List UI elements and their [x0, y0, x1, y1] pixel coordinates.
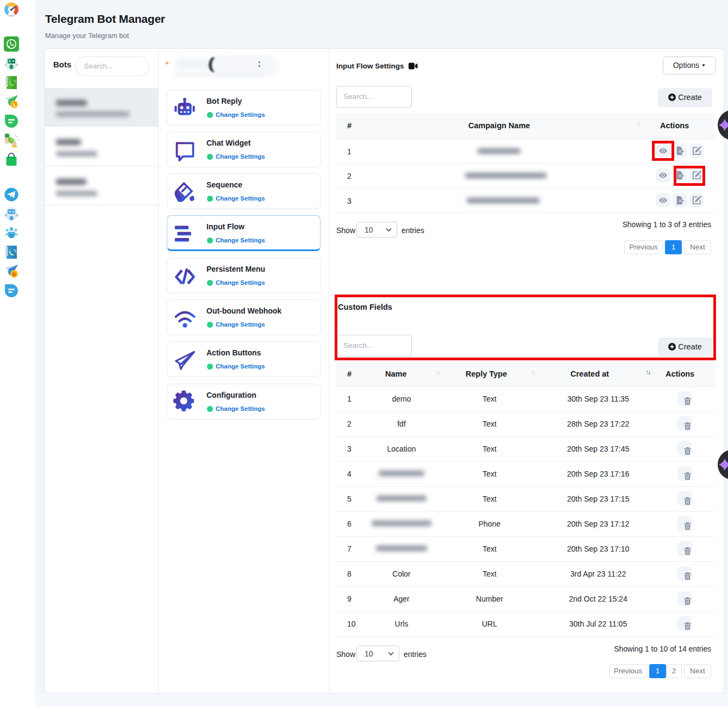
- svg-text:1: 1: [12, 271, 16, 277]
- svg-text:1: 1: [12, 102, 16, 108]
